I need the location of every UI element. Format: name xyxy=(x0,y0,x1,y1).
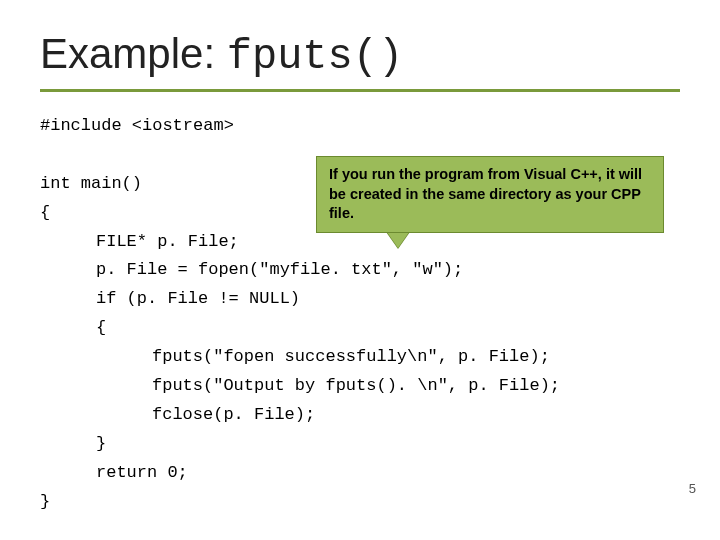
title-mono: fputs() xyxy=(227,33,403,81)
code-line: } xyxy=(40,492,50,511)
code-line: #include <iostream> xyxy=(40,116,234,135)
callout-box: If you run the program from Visual C++, … xyxy=(316,156,664,233)
code-line: { xyxy=(40,314,106,343)
page-number: 5 xyxy=(689,481,696,496)
code-line: fclose(p. File); xyxy=(40,401,315,430)
code-line: return 0; xyxy=(40,459,188,488)
code-line: } xyxy=(40,430,106,459)
slide-title: Example: fputs() xyxy=(40,30,403,77)
code-line: if (p. File != NULL) xyxy=(40,285,300,314)
title-row: Example: fputs() xyxy=(40,30,680,92)
callout-text: If you run the program from Visual C++, … xyxy=(329,166,642,221)
slide-container: Example: fputs() #include <iostream> int… xyxy=(0,0,720,540)
code-line: fputs("Output by fputs(). \n", p. File); xyxy=(40,372,560,401)
code-line: p. File = fopen("myfile. txt", "w"); xyxy=(40,256,463,285)
code-line: { xyxy=(40,203,50,222)
code-line: fputs("fopen successfully\n", p. File); xyxy=(40,343,550,372)
code-line: FILE* p. File; xyxy=(40,228,239,257)
title-prefix: Example: xyxy=(40,30,227,77)
code-line: int main() xyxy=(40,174,142,193)
